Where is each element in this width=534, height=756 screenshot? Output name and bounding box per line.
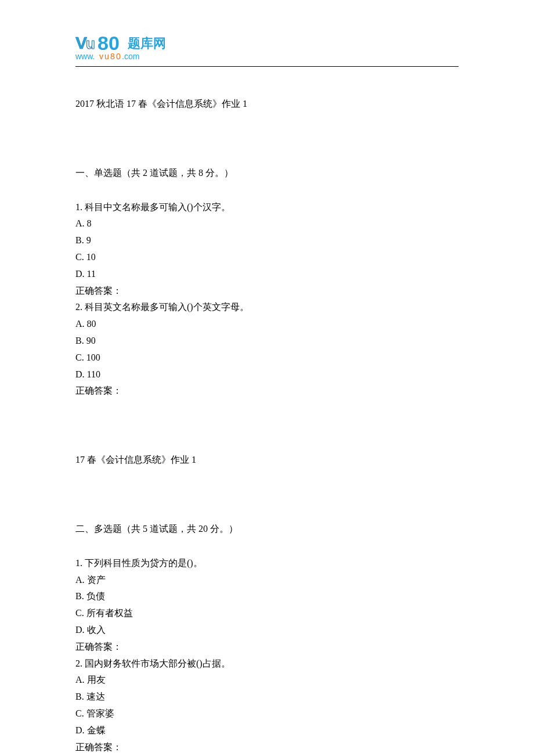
- site-logo: V u 80 题库网 www. v u 8 0 .com: [75, 29, 459, 63]
- svg-text:题库网: 题库网: [127, 36, 166, 51]
- question-option: C. 管家婆: [75, 705, 459, 722]
- question-block: 1. 科目中文名称最多可输入()个汉字。 A. 8 B. 9 C. 10 D. …: [75, 199, 459, 300]
- spacer: [75, 399, 459, 452]
- question-option: D. 金蝶: [75, 722, 459, 739]
- answer-label: 正确答案：: [75, 739, 459, 756]
- question-block: 2. 国内财务软件市场大部分被()占据。 A. 用友 B. 速达 C. 管家婆 …: [75, 656, 459, 756]
- svg-text:www.: www.: [75, 52, 95, 61]
- svg-text:.com: .com: [122, 52, 139, 61]
- question-stem: 1. 科目中文名称最多可输入()个汉字。: [75, 199, 459, 216]
- question-block: 2. 科目英文名称最多可输入()个英文字母。 A. 80 B. 90 C. 10…: [75, 299, 459, 399]
- section-2-heading: 二、多选题（共 5 道试题，共 20 分。）: [75, 521, 459, 538]
- question-option: B. 90: [75, 333, 459, 350]
- answer-label: 正确答案：: [75, 383, 459, 399]
- question-option: C. 所有者权益: [75, 605, 459, 622]
- svg-text:u: u: [104, 52, 109, 61]
- question-option: D. 收入: [75, 622, 459, 639]
- question-block: 1. 下列科目性质为贷方的是()。 A. 资产 B. 负债 C. 所有者权益 D…: [75, 555, 459, 656]
- question-option: C. 100: [75, 350, 459, 366]
- question-option: A. 资产: [75, 572, 459, 589]
- document-page: V u 80 题库网 www. v u 8 0 .com 2017 秋北语 17…: [0, 0, 534, 756]
- question-option: D. 110: [75, 366, 459, 383]
- page-header: V u 80 题库网 www. v u 8 0 .com: [75, 29, 459, 67]
- svg-text:8: 8: [110, 52, 115, 61]
- svg-text:V: V: [75, 33, 87, 52]
- question-option: B. 9: [75, 232, 459, 249]
- question-stem: 1. 下列科目性质为贷方的是()。: [75, 555, 459, 572]
- question-option: A. 用友: [75, 672, 459, 689]
- svg-text:0: 0: [116, 52, 121, 61]
- document-title: 2017 秋北语 17 春《会计信息系统》作业 1: [75, 96, 459, 113]
- section-1-heading: 一、单选题（共 2 道试题，共 8 分。）: [75, 165, 459, 182]
- question-option: B. 速达: [75, 689, 459, 705]
- question-stem: 2. 科目英文名称最多可输入()个英文字母。: [75, 299, 459, 316]
- document-subtitle: 17 春《会计信息系统》作业 1: [75, 452, 459, 469]
- question-stem: 2. 国内财务软件市场大部分被()占据。: [75, 656, 459, 672]
- answer-label: 正确答案：: [75, 283, 459, 300]
- question-option: A. 80: [75, 316, 459, 333]
- question-option: C. 10: [75, 249, 459, 266]
- question-option: A. 8: [75, 215, 459, 232]
- svg-text:80: 80: [98, 32, 120, 54]
- question-option: B. 负债: [75, 588, 459, 605]
- answer-label: 正确答案：: [75, 639, 459, 656]
- question-option: D. 11: [75, 266, 459, 283]
- svg-text:v: v: [99, 52, 103, 61]
- svg-text:u: u: [86, 35, 95, 52]
